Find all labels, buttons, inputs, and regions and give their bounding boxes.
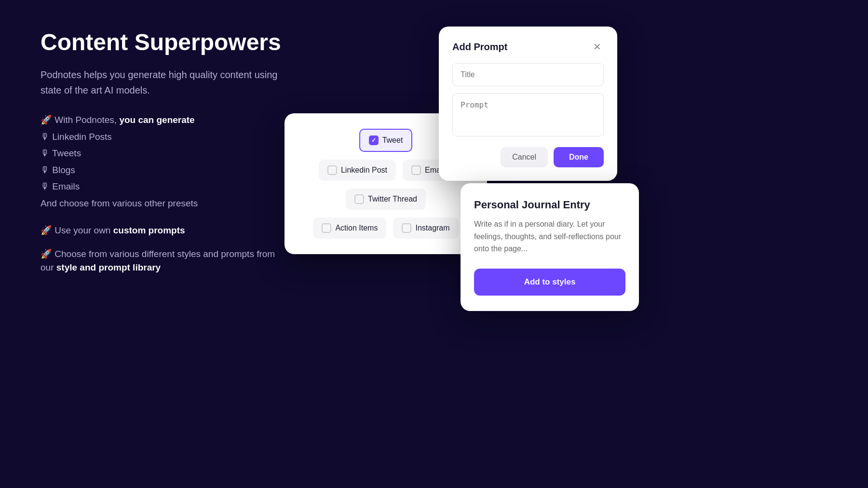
prompt-input[interactable] [452,93,604,136]
style-library-bold: style and prompt library [56,262,161,272]
list-item-1: 🎙 Linkedin Posts [41,130,282,144]
tweet-label: Tweet [382,136,403,145]
journal-card: Personal Journal Entry Write as if in a … [461,183,639,311]
journal-description: Write as if in a personal diary. Let you… [474,218,625,255]
list-intro: 🚀 With Podnotes, you can generate [41,113,282,127]
add-prompt-card: Add Prompt ✕ Cancel Done [439,27,617,181]
twitter-thread-checkbox[interactable] [354,194,364,204]
features-list: 🚀 With Podnotes, you can generate 🎙 Link… [41,113,282,210]
instagram-checkbox[interactable] [402,223,411,233]
picker-twitter-thread[interactable]: Twitter Thread [346,189,426,210]
title-input[interactable] [452,63,604,86]
linkedin-checkbox[interactable] [327,165,337,175]
list-item-3: 🎙 Blogs [41,163,282,177]
custom-prompt-label: 🚀 Use your own custom prompts [41,224,282,238]
linkedin-label: Linkedin Post [341,166,387,175]
instagram-label: Instagram [415,224,449,232]
action-items-checkbox[interactable] [322,223,331,233]
custom-prompt-bold: custom prompts [113,225,185,235]
tweet-checkbox[interactable] [369,136,379,145]
left-section: Content Superpowers Podnotes helps you g… [41,29,282,278]
close-icon: ✕ [593,41,601,53]
picker-tweet[interactable]: Tweet [359,129,413,152]
email-checkbox[interactable] [411,165,421,175]
list-item-4: 🎙 Emails [41,180,282,194]
list-outro: And choose from various other presets [41,197,282,211]
close-button[interactable]: ✕ [590,40,604,54]
modal-header: Add Prompt ✕ [452,40,604,54]
description-text: Podnotes helps you generate high quality… [41,67,282,98]
picker-row-3: Twitter Thread [298,189,474,210]
picker-row-4: Action Items Instagram [298,217,474,239]
picker-action-items[interactable]: Action Items [313,217,386,239]
style-library-label: 🚀 Choose from various different styles a… [41,247,282,275]
twitter-thread-label: Twitter Thread [368,195,417,203]
modal-actions: Cancel Done [452,147,604,167]
done-button[interactable]: Done [554,147,604,167]
add-to-styles-button[interactable]: Add to styles [474,269,625,296]
picker-instagram[interactable]: Instagram [393,217,458,239]
cancel-button[interactable]: Cancel [501,147,548,167]
picker-linkedin[interactable]: Linkedin Post [319,160,396,181]
page-title: Content Superpowers [41,29,282,55]
list-intro-bold: you can generate [119,115,194,125]
list-item-2: 🎙 Tweets [41,147,282,161]
action-items-label: Action Items [335,224,378,232]
modal-title: Add Prompt [452,41,507,53]
journal-title: Personal Journal Entry [474,199,625,211]
